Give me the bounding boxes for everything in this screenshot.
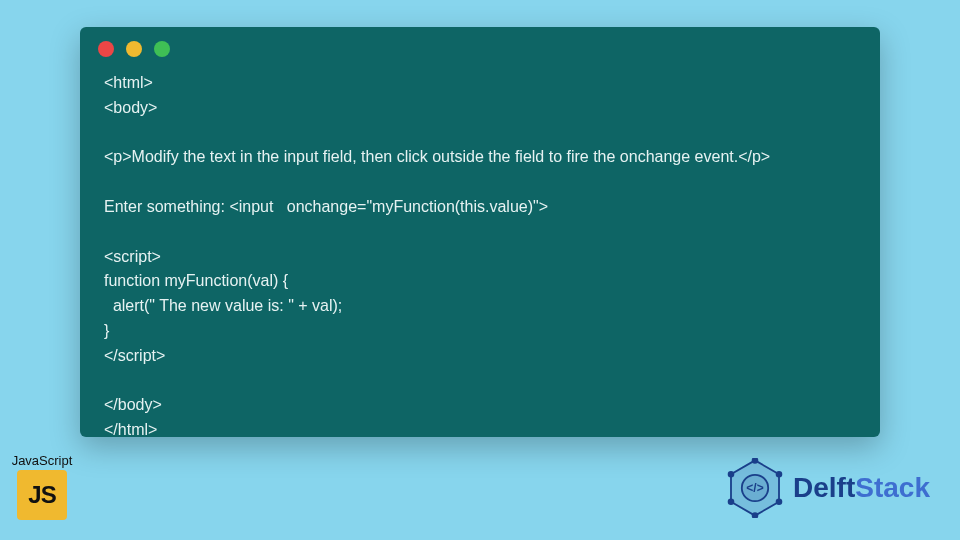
delftstack-icon: </> [725,458,785,518]
javascript-icon: JS [17,470,67,520]
javascript-badge: JavaScript JS [6,453,78,520]
brand-name: DelftStack [793,472,930,504]
code-window: <html> <body> <p>Modify the text in the … [80,27,880,437]
close-icon[interactable] [98,41,114,57]
brand-name-first: Delft [793,472,855,503]
svg-text:</>: </> [746,481,763,495]
window-controls [80,27,880,63]
code-content: <html> <body> <p>Modify the text in the … [80,63,880,461]
svg-point-4 [753,458,758,463]
minimize-icon[interactable] [126,41,142,57]
svg-point-7 [753,513,758,518]
javascript-label: JavaScript [6,453,78,468]
brand-logo: </> DelftStack [725,458,930,518]
svg-point-5 [777,472,782,477]
brand-name-second: Stack [855,472,930,503]
svg-point-8 [729,499,734,504]
svg-point-6 [777,499,782,504]
svg-point-9 [729,472,734,477]
maximize-icon[interactable] [154,41,170,57]
